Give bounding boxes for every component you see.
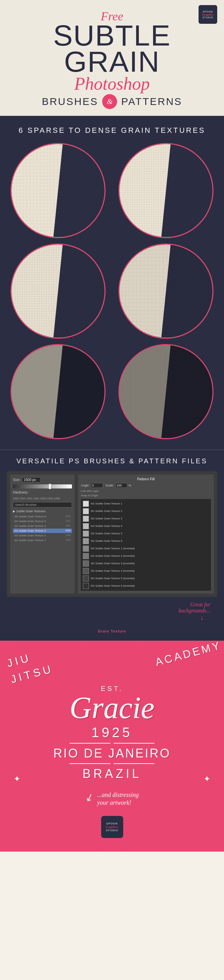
header-ampersand-text: &: [107, 97, 113, 106]
distressing-note: ...and distressingyour artwork!: [97, 791, 138, 807]
red-center-content: EST. Gracie 1925 RIO DE JANEIRO BRAZIL: [10, 685, 214, 781]
gc-grain-5: [11, 345, 105, 438]
red-divider-2-line-left: [70, 763, 110, 764]
grain-circle-3: [11, 243, 106, 339]
ps-size-input[interactable]: 1500 px: [22, 477, 41, 482]
grain-circle-1-inner: [11, 144, 105, 237]
gc-grain-4: [119, 245, 213, 338]
gc-grain-6: [119, 345, 213, 438]
ps-pattern-controls-row: Angle: 0 Scale: 100 %: [81, 483, 211, 488]
red-divider-1: [10, 743, 214, 744]
ps-hardness-label: Hardness:: [13, 490, 29, 494]
ps-scale-unit: %: [129, 484, 131, 487]
ps-pattern-item-5[interactable]: SG Subtle Grain Texture 6: [82, 538, 210, 545]
spoon-logo-bottom[interactable]: SPOON Graphics STUDIO: [101, 816, 123, 838]
ps-folder-label[interactable]: ▶ Subtle Grain Textures: [13, 509, 72, 513]
red-brazil-text: BRAZIL: [10, 767, 214, 781]
ps-pattern-thumb-2: [83, 515, 89, 522]
spoon-bottom-line1: SPOON: [106, 822, 118, 825]
red-rio-text: RIO DE JANEIRO: [10, 746, 214, 760]
grain-circle-2: [118, 143, 213, 238]
grain-circle-6: [118, 344, 213, 439]
ps-pattern-thumb-3: [83, 523, 89, 529]
grain-circle-4: [118, 243, 213, 339]
grain-section: 6 SPARSE TO DENSE GRAIN TEXTURES: [0, 116, 224, 449]
ps-pattern-item-4[interactable]: SG Subtle Grain Texture 5: [82, 530, 210, 538]
header-brushes-text: BRUSHES: [42, 96, 98, 107]
ps-pattern-item-7[interactable]: SG Subtle Grain Texture 2 (Inverted): [82, 552, 210, 560]
ps-snap-option: Snap to Origin: [81, 494, 211, 497]
ps-brush-item-1[interactable]: SG Subtle Grain Texture 1 1498: [13, 538, 72, 542]
red-jiu-text: JIU: [5, 651, 32, 670]
spoon-logo-line2: Graphics: [202, 13, 213, 16]
ps-angle-label: Angle:: [81, 484, 90, 487]
ps-size-label: Size:: [13, 478, 21, 482]
ps-scale-label: Scale:: [106, 484, 114, 487]
red-divider-2-line-right: [114, 763, 154, 764]
ps-brush-item-2[interactable]: SG Subtle Grain Texture 2 1500: [13, 533, 72, 538]
ps-pattern-thumb-1: [83, 508, 89, 514]
ps-pattern-thumb-8: [83, 560, 89, 566]
ps-pattern-item-1[interactable]: SG Subtle Grain Texture 2: [82, 508, 210, 515]
ps-pattern-item-11[interactable]: SG Subtle Grain Texture 6 (Inverted): [82, 582, 210, 590]
grain-circle-3-inner: [11, 245, 105, 338]
ps-pattern-item-8[interactable]: SG Subtle Grain Texture 3 (Inverted): [82, 560, 210, 567]
spoon-bottom-line2: Graphics: [106, 825, 118, 829]
ps-size-row: Size: 1500 px: [13, 477, 72, 482]
ps-angle-input[interactable]: 0: [91, 483, 103, 488]
gc-grain-3: [11, 245, 105, 338]
ps-pattern-thumb-7: [83, 553, 89, 559]
red-section: JIU JITSU ACADEMY EST. Gracie 1925 RIO D…: [0, 641, 224, 851]
ps-pattern-thumb-5: [83, 538, 89, 544]
ps-pattern-item-6[interactable]: SG Subtle Grain Texture 1 (Inverted): [82, 545, 210, 552]
ps-hardness-row: Hardness:: [13, 490, 72, 494]
ps-brush-item-4[interactable]: SG Subtle Grain Texture 4 1501: [13, 524, 72, 528]
versatile-section: VERSATILE PS BRUSHES & PATTERN FILES Siz…: [0, 449, 224, 641]
grain-circle-2-inner: [119, 144, 213, 237]
arrow-left-icon: ↙: [84, 790, 95, 804]
ps-left-panel: Size: 1500 px Hardness: 1600 1501 1501 1…: [10, 474, 75, 593]
header-section: SPOON Graphics STUDIO Free SUBTLE GRAIN …: [0, 0, 224, 116]
ps-pattern-thumb-0: [83, 501, 89, 507]
ps-pattern-thumb-10: [83, 576, 89, 582]
header-brushes-patterns-row: BRUSHES & PATTERNS: [7, 94, 217, 109]
grain-circle-4-inner: [119, 245, 213, 338]
ps-brush-item-3-selected[interactable]: SG Subtle Grain Texture 3 1500: [13, 528, 72, 533]
ps-numbers-row: 1600 1501 1501 1501 1500 1500 1498: [13, 497, 72, 500]
ps-search-input[interactable]: Search Brushes: [13, 502, 72, 508]
grain-circle-5-inner: [11, 345, 105, 438]
gc-grain-1: [11, 144, 105, 237]
grain-texture-label-container: Grain Texture: [7, 628, 217, 634]
header-ampersand-badge: &: [102, 94, 117, 109]
grain-circle-1: [11, 143, 106, 238]
grain-circles-grid: [7, 143, 217, 439]
arrow-down-icon: ↓: [10, 614, 214, 622]
ps-slider-thumb: [49, 484, 51, 489]
ps-pattern-item-2[interactable]: SG Subtle Grain Texture 3: [82, 515, 210, 522]
red-divider-2: [10, 763, 214, 764]
gc-grain-2: [119, 144, 213, 237]
ps-angle-control: Angle: 0: [81, 483, 103, 488]
header-subtle-text: SUBTLE: [7, 22, 217, 49]
ps-pattern-item-3[interactable]: SG Subtle Grain Texture 4: [82, 522, 210, 530]
great-for-note: Great forbackgrounds...: [10, 601, 214, 614]
ps-brush-list: SG Subtle Grain Texture 6 1501 SG Subtle…: [13, 514, 72, 542]
ps-pattern-thumb-6: [83, 546, 89, 552]
ps-brush-item-6[interactable]: SG Subtle Grain Texture 6 1501: [13, 514, 72, 519]
spoon-logo-line3: STUDIO: [202, 16, 213, 19]
ps-size-slider[interactable]: [13, 484, 72, 488]
ps-pattern-item-10[interactable]: SG Subtle Grain Texture 5 (Inverted): [82, 575, 210, 582]
spoon-logo-top[interactable]: SPOON Graphics STUDIO: [199, 5, 217, 24]
ps-brush-item-5[interactable]: SG Subtle Grain Texture 5 1501: [13, 519, 72, 523]
ps-pattern-list: SG Subtle Grain Texture 1 SG Subtle Grai…: [81, 499, 211, 591]
ps-screenshot: Size: 1500 px Hardness: 1600 1501 1501 1…: [7, 471, 217, 597]
red-year-text: 1925: [10, 725, 214, 740]
ps-scale-input[interactable]: 100: [115, 483, 127, 488]
spoon-logo-line1: SPOON: [203, 11, 213, 13]
spoon-bottom-line3: STUDIO: [106, 829, 118, 832]
great-for-container: Great forbackgrounds... ↓: [7, 601, 217, 625]
ps-pattern-item-9[interactable]: SG Subtle Grain Texture 4 (Inverted): [82, 567, 210, 575]
ps-link-option: Link with Layer: [81, 490, 211, 493]
ps-pattern-item-0[interactable]: SG Subtle Grain Texture 1: [82, 500, 210, 508]
header-grain-text: GRAIN: [7, 49, 217, 75]
